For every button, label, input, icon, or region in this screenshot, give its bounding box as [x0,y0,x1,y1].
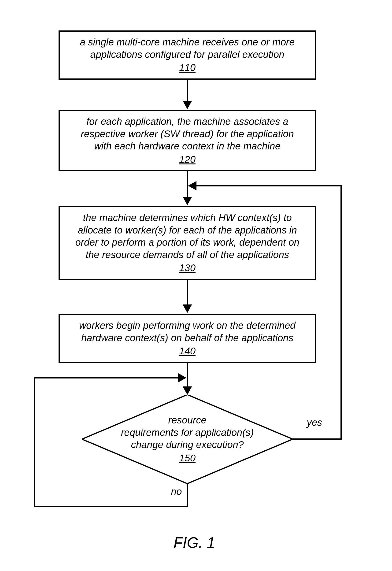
figure-page: a single multi-core machine receives one… [0,0,392,571]
box-text-line: respective worker (SW thread) for the ap… [81,128,294,140]
arrow-head-icon [183,101,192,109]
box-text-line: applications configured for parallel exe… [90,48,284,61]
arrow-segment [187,280,188,306]
box-text-line: the resource demands of all of the appli… [86,249,289,261]
box-text-line: the machine determines which HW context(… [83,212,292,224]
box-text-line: for each application, the machine associ… [86,115,288,128]
decision-ref-number: 150 [179,452,196,464]
box-text-line: workers begin performing work on the det… [79,319,295,332]
process-box-140: workers begin performing work on the det… [58,314,316,363]
decision-text-line: change during execution? [131,439,244,451]
arrow-head-icon [188,181,196,190]
decision-text: resource requirements for application(s)… [82,395,293,484]
arrow-head-icon [183,386,192,395]
edge-label-no: no [171,486,182,497]
box-ref-number: 130 [179,262,196,274]
arrow-head-icon [178,373,186,383]
box-ref-number: 140 [179,345,196,357]
arrow-segment [196,185,342,186]
arrow-segment [34,377,35,507]
process-box-120: for each application, the machine associ… [58,110,316,171]
decision-text-line: resource [168,414,206,427]
arrow-segment [34,377,179,378]
arrow-segment [34,506,188,507]
arrow-segment [340,185,342,440]
box-text-line: hardware context(s) on behalf of the app… [81,332,294,344]
process-box-130: the machine determines which HW context(… [58,206,316,280]
edge-label-yes: yes [307,417,322,428]
box-ref-number: 110 [179,62,196,74]
figure-caption: FIG. 1 [159,534,229,551]
arrow-segment [187,80,188,103]
process-box-110: a single multi-core machine receives one… [58,30,316,80]
arrow-segment [293,438,342,440]
decision-text-line: requirements for application(s) [121,427,254,439]
box-ref-number: 120 [179,153,196,166]
arrow-segment [187,484,188,507]
box-text-line: order to perform a portion of its work, … [75,236,299,249]
decision-diamond-150: resource requirements for application(s)… [82,395,293,484]
arrow-segment [187,363,188,388]
box-text-line: a single multi-core machine receives one… [80,36,294,48]
arrow-head-icon [183,304,192,313]
box-text-line: with each hardware context in the machin… [94,140,280,153]
arrow-head-icon [183,197,192,205]
box-text-line: allocate to worker(s) for each of the ap… [78,224,297,237]
